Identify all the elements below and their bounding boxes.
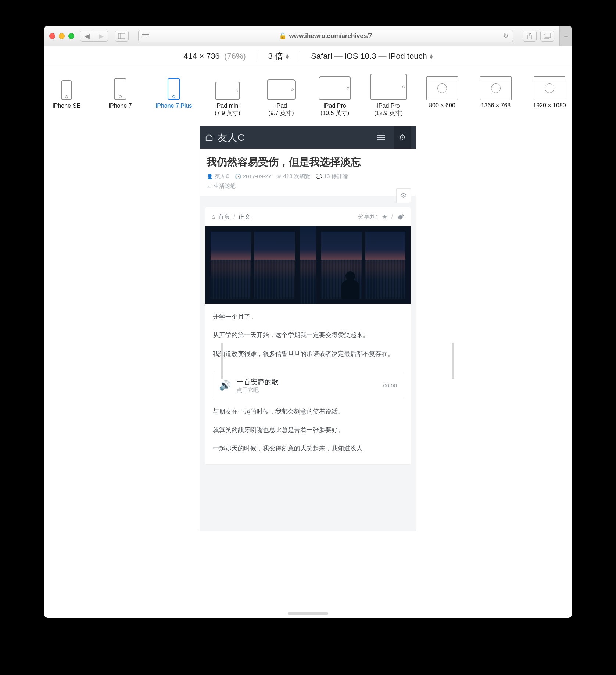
back-button[interactable]: ◀ bbox=[80, 31, 94, 42]
post-content: 开学一个月了。 从开学的第一天开始，这个学期我一定要变得爱笑起来。 我知道改变很… bbox=[205, 304, 411, 369]
stepper-icon: ▴▾ bbox=[286, 53, 289, 59]
device-iphone-7-plus[interactable]: iPhone 7 Plus bbox=[154, 74, 194, 117]
post-date: 2017-09-27 bbox=[243, 173, 271, 179]
svg-point-9 bbox=[398, 215, 403, 219]
paragraph: 与朋友在一起的时候，我都会刻意的笑着说话。 bbox=[213, 406, 403, 418]
post-comments[interactable]: 13 條評論 bbox=[324, 173, 348, 180]
paragraph: 我知道改变很难，很多信誓旦旦的承诺或者决定最后都不复存在。 bbox=[213, 348, 403, 360]
share-label: 分享到: bbox=[358, 213, 377, 221]
device-ipad-pro-10[interactable]: iPad Pro(10.5 英寸) bbox=[315, 74, 355, 117]
device-1920x1080[interactable]: 1920 × 1080 bbox=[529, 74, 570, 117]
post-title: 我仍然容易受伤，但是我选择淡忘 bbox=[207, 155, 409, 169]
eye-icon: 👁 bbox=[276, 174, 282, 179]
separator bbox=[257, 51, 257, 61]
phone-icon bbox=[61, 80, 72, 100]
tablet-icon bbox=[215, 82, 240, 100]
breadcrumb-bar: ⌂ 首頁 / 正文 分享到: ★ / bbox=[205, 207, 411, 226]
share-weibo-button[interactable] bbox=[397, 214, 405, 220]
resize-handle-right[interactable] bbox=[452, 343, 454, 379]
phone-icon bbox=[168, 78, 180, 100]
window-titlebar: ◀ ▶ 🔒 www.ihewro.com/archives/7 ↻ ＋ bbox=[44, 26, 572, 46]
monitor-icon bbox=[534, 76, 565, 100]
nav-back-forward: ◀ ▶ bbox=[80, 31, 108, 42]
breadcrumb-home[interactable]: 首頁 bbox=[218, 213, 230, 221]
user-agent-selector[interactable]: Safari — iOS 10.3 — iPod touch ▴▾ bbox=[311, 51, 433, 61]
svg-rect-0 bbox=[118, 33, 125, 39]
pixel-ratio-selector[interactable]: 3 倍 ▴▾ bbox=[268, 51, 289, 62]
device-iphone-7[interactable]: iPhone 7 bbox=[100, 74, 140, 117]
hamburger-icon bbox=[377, 135, 385, 140]
device-presets: iPhone SE iPhone 7 iPhone 7 Plus iPad mi… bbox=[44, 66, 572, 126]
tablet-icon bbox=[370, 74, 407, 100]
forward-button[interactable]: ▶ bbox=[94, 31, 108, 42]
resize-handle-left[interactable] bbox=[221, 343, 223, 379]
content-card: ⌂ 首頁 / 正文 分享到: ★ / bbox=[205, 207, 411, 465]
hero-image bbox=[205, 226, 411, 304]
post-tag[interactable]: 生活随笔 bbox=[214, 183, 236, 190]
sound-icon: 🔊 bbox=[219, 380, 231, 391]
post-header: 我仍然容易受伤，但是我选择淡忘 👤友人C 🕒2017-09-27 👁413 次瀏… bbox=[200, 149, 416, 196]
share-star-button[interactable]: ★ bbox=[382, 213, 387, 220]
paragraph: 开学一个月了。 bbox=[213, 311, 403, 323]
breadcrumb-current: 正文 bbox=[238, 213, 251, 221]
home-icon: ⌂ bbox=[211, 213, 215, 221]
device-ipad[interactable]: iPad(9.7 英寸) bbox=[261, 74, 301, 117]
separator bbox=[300, 51, 300, 61]
post-content: 与朋友在一起的时候，我都会刻意的笑着说话。 就算笑的龇牙咧嘴也总比总是苦着一张脸… bbox=[205, 406, 411, 464]
post-meta: 👤友人C 🕒2017-09-27 👁413 次瀏覽 💬13 條評論 bbox=[207, 173, 409, 180]
reload-button[interactable]: ↻ bbox=[503, 32, 508, 40]
clock-icon: 🕒 bbox=[235, 174, 241, 179]
home-icon[interactable] bbox=[205, 133, 213, 142]
device-ipad-mini[interactable]: iPad mini(7.9 英寸) bbox=[207, 74, 248, 117]
device-iphone-se[interactable]: iPhone SE bbox=[46, 74, 87, 117]
svg-point-10 bbox=[399, 217, 401, 219]
breadcrumb-separator: / bbox=[233, 213, 235, 221]
settings-button[interactable]: ⚙ bbox=[394, 126, 411, 149]
simulated-page: 友人C ⚙ 我仍然容易受伤，但是我选择淡忘 👤友人C 🕒2017-09-27 👁… bbox=[200, 126, 416, 531]
close-window-button[interactable] bbox=[49, 33, 55, 39]
menu-button[interactable] bbox=[373, 126, 390, 149]
minimize-window-button[interactable] bbox=[59, 33, 65, 39]
new-tab-button[interactable]: ＋ bbox=[559, 26, 572, 46]
viewport-dimensions[interactable]: 414 × 736 (76%) bbox=[183, 51, 246, 61]
post-author[interactable]: 友人C bbox=[215, 173, 230, 180]
resize-handle-bottom[interactable] bbox=[288, 612, 328, 615]
safari-window: ◀ ▶ 🔒 www.ihewro.com/archives/7 ↻ ＋ 4 bbox=[44, 26, 572, 618]
track-subtitle: 点开它吧 bbox=[237, 387, 279, 394]
monitor-icon bbox=[480, 76, 512, 100]
comments-icon: 💬 bbox=[316, 174, 322, 179]
stepper-icon: ▴▾ bbox=[430, 53, 433, 59]
gear-icon: ⚙ bbox=[401, 192, 407, 200]
tag-icon: 🏷 bbox=[207, 183, 212, 189]
device-1366x768[interactable]: 1366 × 768 bbox=[476, 74, 516, 117]
zoom-window-button[interactable] bbox=[68, 33, 74, 39]
address-text: www.ihewro.com/archives/7 bbox=[289, 32, 372, 40]
device-800x600[interactable]: 800 × 600 bbox=[422, 74, 462, 117]
tablet-icon bbox=[319, 76, 351, 100]
traffic-lights bbox=[49, 33, 74, 39]
site-brand[interactable]: 友人C bbox=[218, 131, 245, 144]
audio-player[interactable]: 🔊 一首安静的歌 点开它吧 00:00 bbox=[213, 372, 403, 399]
paragraph: 就算笑的龇牙咧嘴也总比总是苦着一张脸要好。 bbox=[213, 424, 403, 436]
tablet-icon bbox=[267, 79, 296, 100]
address-bar[interactable]: 🔒 www.ihewro.com/archives/7 ↻ bbox=[138, 30, 513, 42]
responsive-design-toolbar: 414 × 736 (76%) 3 倍 ▴▾ Safari — iOS 10.3… bbox=[44, 46, 572, 66]
reader-mode-icon[interactable] bbox=[142, 33, 149, 39]
share-bar: 分享到: ★ / bbox=[358, 213, 405, 221]
paragraph: 一起聊天的时候，我变得刻意的大笑起来，我知道没人 bbox=[213, 443, 403, 454]
simulated-viewport-area: 友人C ⚙ 我仍然容易受伤，但是我选择淡忘 👤友人C 🕒2017-09-27 👁… bbox=[44, 126, 572, 618]
monitor-icon bbox=[426, 76, 458, 100]
show-tabs-button[interactable] bbox=[540, 31, 554, 42]
gear-icon: ⚙ bbox=[399, 133, 406, 142]
post-options-button[interactable]: ⚙ bbox=[396, 188, 411, 203]
phone-icon bbox=[114, 78, 126, 100]
device-ipad-pro-12[interactable]: iPad Pro(12.9 英寸) bbox=[368, 74, 409, 117]
site-header: 友人C ⚙ bbox=[200, 126, 416, 149]
paragraph: 从开学的第一天开始，这个学期我一定要变得爱笑起来。 bbox=[213, 329, 403, 341]
track-time: 00:00 bbox=[383, 382, 397, 389]
sidebar-toggle-button[interactable] bbox=[115, 31, 129, 42]
share-button[interactable] bbox=[523, 31, 537, 42]
safari-icon bbox=[437, 83, 447, 93]
user-icon: 👤 bbox=[207, 174, 213, 179]
lock-icon: 🔒 bbox=[279, 32, 287, 40]
